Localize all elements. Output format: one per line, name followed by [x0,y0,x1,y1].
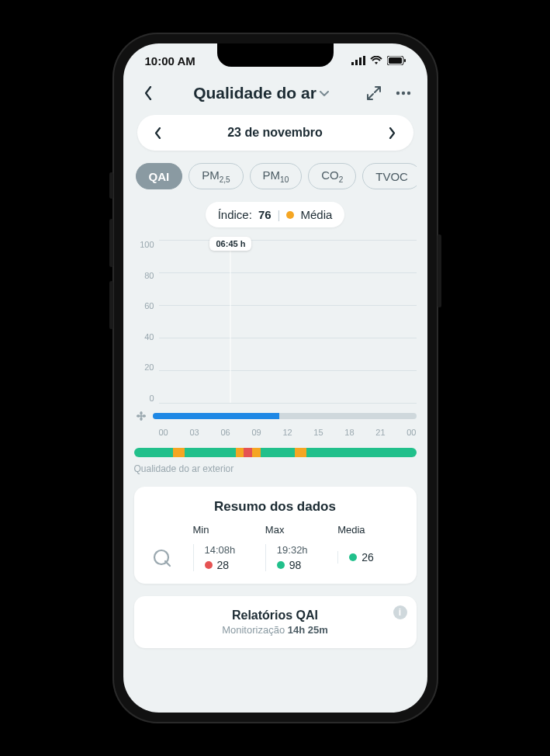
chip-tvoc[interactable]: TVOC [362,163,416,189]
screen-title: Qualidade do ar [193,84,317,102]
index-badge: Índice: 76 | Média [206,202,345,227]
dot-icon [277,561,285,569]
metric-chips: QAIPM2,5PM10CO2TVOC [134,163,417,189]
index-value: 76 [258,208,272,221]
screen-title-dropdown[interactable]: Qualidade do ar [164,84,359,102]
reports-title: Relatórios QAI [232,609,318,622]
svg-point-10 [140,414,143,418]
date-picker: 23 de novembro [137,115,413,151]
battery-icon [387,56,406,65]
summary-max-time: 19:32h [277,544,330,556]
chart-cursor-line [230,251,231,403]
chip-co2[interactable]: CO2 [308,163,356,189]
summary-col-media: Media [337,524,402,536]
fan-activity-track [153,413,417,419]
svg-rect-5 [389,57,402,64]
outdoor-quality-strip: Qualidade do ar exterior [134,448,417,474]
phone-notch [217,43,334,67]
wifi-icon [370,56,382,65]
svg-point-8 [401,92,404,95]
date-label: 23 de novembro [227,126,323,140]
fan-icon [134,409,148,423]
signal-icon [351,56,365,65]
back-button[interactable] [137,82,159,104]
next-day-button[interactable] [383,124,400,141]
air-quality-chart[interactable]: 100806040200 06:45 h [134,240,417,437]
prev-day-button[interactable] [150,124,167,141]
dot-icon [205,561,213,569]
outdoor-label: Qualidade do ar exterior [134,463,417,474]
svg-rect-6 [404,59,406,62]
chip-pm10[interactable]: PM10 [250,163,303,189]
expand-button[interactable] [364,83,384,103]
chip-pm2,5[interactable]: PM2,5 [189,163,243,189]
summary-card: Resumo dos dados Min Max Media 14:08h 28… [134,487,417,584]
reports-subtitle: Monitorização 14h 25m [222,624,328,636]
summary-media-value: 26 [361,551,374,564]
chip-qai[interactable]: QAI [136,163,183,189]
svg-point-9 [406,92,410,95]
status-time: 10:00 AM [145,54,195,68]
svg-rect-1 [355,60,358,65]
summary-max-value: 98 [289,559,302,571]
dot-icon [349,553,357,561]
reports-card[interactable]: i Relatórios QAI Monitorização 14h 25m [134,596,417,648]
svg-point-7 [396,92,399,95]
summary-col-min: Min [193,524,258,536]
more-button[interactable] [393,83,413,103]
qai-metric-icon [148,543,176,571]
summary-min-value: 28 [217,559,230,571]
quality-dot-icon [286,211,294,219]
index-quality-label: Média [300,208,332,221]
summary-min-time: 14:08h [205,544,258,556]
summary-title: Resumo dos dados [148,499,403,515]
summary-col-max: Max [265,524,330,536]
svg-rect-0 [351,62,354,65]
chart-tooltip: 06:45 h [209,237,251,251]
index-prefix: Índice: [218,208,252,221]
svg-rect-2 [359,57,361,65]
svg-rect-3 [363,56,365,65]
chevron-down-icon [320,86,329,100]
info-icon[interactable]: i [393,605,407,619]
